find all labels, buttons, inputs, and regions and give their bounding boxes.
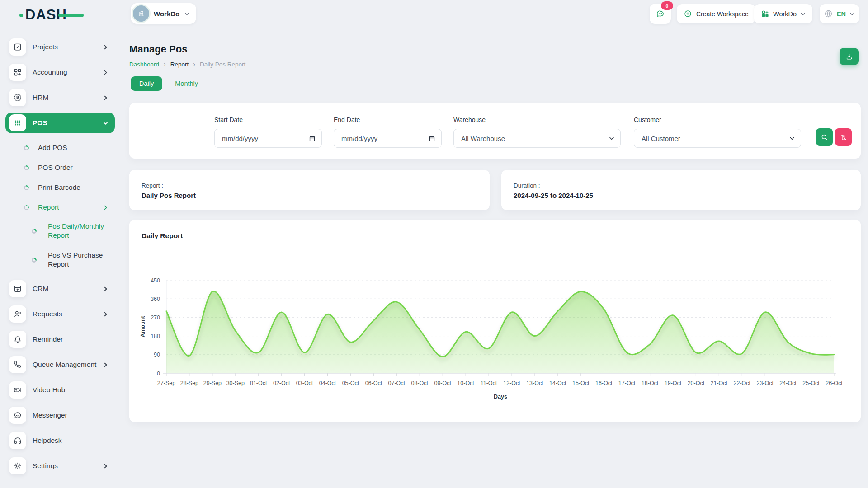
sidebar-item-pos-daily-monthly-report[interactable]: Pos Daily/Monthly Report bbox=[5, 217, 115, 244]
sidebar-item-label: Projects bbox=[33, 43, 58, 51]
sidebar-item-print-barcode[interactable]: Print Barcode bbox=[5, 178, 115, 197]
sidebar-item-pos-order[interactable]: POS Order bbox=[5, 158, 115, 178]
sidebar-item-accounting[interactable]: Accounting bbox=[5, 63, 115, 81]
chevron-right-icon bbox=[103, 362, 108, 368]
sidebar-item-requests[interactable]: Requests bbox=[5, 305, 115, 323]
reset-filter-button[interactable] bbox=[835, 128, 852, 146]
svg-text:01-Oct: 01-Oct bbox=[250, 380, 267, 386]
customer-select[interactable]: All Customer bbox=[634, 129, 801, 148]
bullet-icon bbox=[24, 145, 29, 150]
breadcrumb-dashboard-link[interactable]: Dashboard bbox=[129, 61, 159, 68]
sidebar-item-report[interactable]: Report bbox=[5, 197, 115, 217]
svg-text:15-Oct: 15-Oct bbox=[572, 380, 590, 386]
svg-text:23-Oct: 23-Oct bbox=[756, 380, 774, 386]
sidebar-item-label: Print Barcode bbox=[38, 183, 80, 192]
chart-title: Daily Report bbox=[142, 232, 183, 240]
language-selector[interactable]: EN bbox=[820, 4, 859, 23]
sidebar-item-hrm[interactable]: HRM bbox=[5, 89, 115, 107]
workspace-name: WorkDo bbox=[154, 10, 179, 18]
sidebar-item-queue-management[interactable]: Queue Management bbox=[5, 356, 115, 374]
tab-daily[interactable]: Daily bbox=[131, 76, 162, 91]
svg-text:09-Oct: 09-Oct bbox=[434, 380, 451, 386]
sidebar-item-crm[interactable]: CRM bbox=[5, 280, 115, 298]
sidebar-item-pos[interactable]: POS bbox=[5, 113, 115, 133]
breadcrumb-report-link[interactable]: Report bbox=[170, 61, 189, 68]
sidebar-item-label: Settings bbox=[33, 462, 58, 470]
svg-text:18-Oct: 18-Oct bbox=[642, 380, 659, 386]
sidebar-item-helpdesk[interactable]: Helpdesk bbox=[5, 432, 115, 450]
svg-text:270: 270 bbox=[151, 314, 160, 321]
tab-monthly[interactable]: Monthly bbox=[175, 80, 198, 87]
svg-text:180: 180 bbox=[151, 333, 160, 339]
calendar-icon bbox=[308, 135, 316, 142]
download-icon bbox=[845, 53, 853, 61]
warehouse-select[interactable]: All Warehouse bbox=[453, 129, 621, 148]
svg-text:0: 0 bbox=[157, 371, 160, 377]
report-caption: Report : bbox=[142, 182, 163, 189]
language-code: EN bbox=[837, 10, 846, 18]
user-plus-icon bbox=[9, 305, 26, 323]
svg-text:Amount: Amount bbox=[140, 316, 146, 338]
report-summary-card: Report : Daily Pos Report bbox=[129, 170, 490, 210]
svg-text:06-Oct: 06-Oct bbox=[365, 380, 382, 386]
sidebar-item-label: Report bbox=[38, 203, 59, 211]
calendar-icon bbox=[428, 135, 436, 142]
grid-add-icon bbox=[761, 9, 769, 18]
svg-text:04-Oct: 04-Oct bbox=[319, 380, 336, 386]
sidebar-item-video-hub[interactable]: Video Hub bbox=[5, 381, 115, 399]
chevron-down-icon bbox=[609, 135, 615, 141]
sidebar-item-label: Messenger bbox=[33, 411, 67, 419]
svg-text:17-Oct: 17-Oct bbox=[618, 380, 636, 386]
apply-filter-button[interactable] bbox=[816, 128, 833, 146]
chevron-right-icon bbox=[103, 70, 108, 75]
sidebar-item-pos-vs-purchase-report[interactable]: Pos VS Purchase Report bbox=[5, 246, 115, 273]
filter-card: Start Date End Date Warehouse Customer m… bbox=[129, 103, 861, 159]
workspace-selector[interactable]: WorkDo bbox=[131, 3, 196, 24]
start-date-input[interactable]: mm/dd/yyyy bbox=[214, 129, 322, 148]
bell-icon bbox=[9, 331, 26, 348]
svg-text:05-Oct: 05-Oct bbox=[342, 380, 359, 386]
brand-logo: DASH bbox=[25, 7, 67, 23]
app-window: DASH WorkDo 0 Create Workspace WorkDo EN bbox=[0, 0, 868, 488]
svg-text:90: 90 bbox=[154, 352, 160, 358]
sidebar-nav: ProjectsAccountingHRMPOSAdd POSPOS Order… bbox=[5, 38, 115, 482]
svg-text:360: 360 bbox=[151, 296, 160, 302]
chevron-down-icon bbox=[184, 11, 190, 17]
app-switcher-label: WorkDo bbox=[773, 10, 797, 18]
messages-button[interactable]: 0 bbox=[650, 4, 671, 24]
sidebar-item-label: POS bbox=[33, 119, 47, 127]
logo-dash-accent bbox=[58, 14, 84, 17]
create-workspace-button[interactable]: Create Workspace bbox=[677, 4, 755, 23]
create-workspace-label: Create Workspace bbox=[696, 10, 749, 18]
sidebar-item-label: Add POS bbox=[38, 144, 67, 152]
sidebar-item-settings[interactable]: Settings bbox=[5, 457, 115, 475]
sidebar-item-messenger[interactable]: Messenger bbox=[5, 406, 115, 424]
start-date-placeholder: mm/dd/yyyy bbox=[222, 135, 258, 142]
chevron-down-icon bbox=[849, 11, 855, 17]
bullet-icon bbox=[24, 185, 29, 190]
phone-icon bbox=[9, 356, 26, 373]
app-switcher-button[interactable]: WorkDo bbox=[754, 4, 812, 23]
chevron-right-icon: › bbox=[164, 61, 166, 68]
download-report-button[interactable] bbox=[840, 48, 859, 65]
svg-text:450: 450 bbox=[151, 277, 160, 284]
grid-add-icon bbox=[9, 64, 26, 81]
globe-icon bbox=[824, 9, 833, 19]
person-dashed-circle-icon bbox=[9, 89, 26, 106]
sidebar-item-projects[interactable]: Projects bbox=[5, 38, 115, 56]
daily-report-chart: 09018027036045027-Sep28-Sep29-Sep30-Sep0… bbox=[129, 253, 861, 422]
dots-grid-icon bbox=[9, 114, 26, 131]
building-icon bbox=[133, 5, 149, 22]
chevron-right-icon bbox=[103, 44, 108, 50]
breadcrumb: Dashboard › Report › Daily Pos Report bbox=[129, 61, 245, 68]
sidebar-item-reminder[interactable]: Reminder bbox=[5, 330, 115, 348]
sidebar-item-add-pos[interactable]: Add POS bbox=[5, 138, 115, 158]
clear-slash-icon bbox=[840, 134, 847, 141]
check-square-icon bbox=[9, 38, 26, 56]
end-date-input[interactable]: mm/dd/yyyy bbox=[334, 129, 442, 148]
end-date-label: End Date bbox=[334, 116, 360, 123]
video-icon bbox=[9, 381, 26, 399]
chevron-right-icon bbox=[103, 286, 108, 292]
end-date-placeholder: mm/dd/yyyy bbox=[341, 135, 377, 142]
chevron-right-icon: › bbox=[193, 61, 195, 68]
